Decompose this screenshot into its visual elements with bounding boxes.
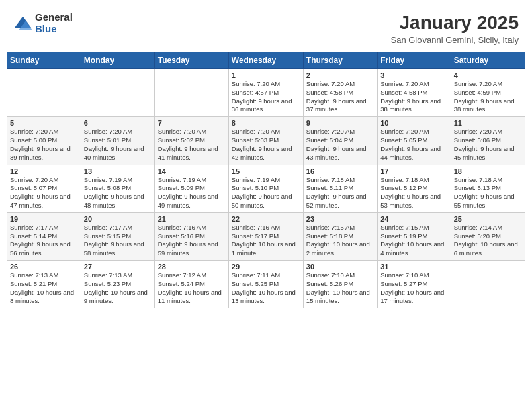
calendar-cell: 9Sunrise: 7:20 AM Sunset: 5:04 PM Daylig… xyxy=(303,117,377,165)
calendar-week-row: 1Sunrise: 7:20 AM Sunset: 4:57 PM Daylig… xyxy=(7,69,525,117)
cell-content: Sunrise: 7:20 AM Sunset: 4:57 PM Dayligh… xyxy=(232,80,300,114)
calendar-cell: 19Sunrise: 7:17 AM Sunset: 5:14 PM Dayli… xyxy=(7,212,81,260)
calendar-cell: 29Sunrise: 7:11 AM Sunset: 5:25 PM Dayli… xyxy=(228,261,303,308)
day-number: 6 xyxy=(84,119,152,127)
cell-content: Sunrise: 7:10 AM Sunset: 5:26 PM Dayligh… xyxy=(306,271,374,306)
day-number: 19 xyxy=(10,215,78,223)
day-number: 28 xyxy=(158,263,226,271)
day-number: 27 xyxy=(84,263,152,271)
calendar-cell: 22Sunrise: 7:16 AM Sunset: 5:17 PM Dayli… xyxy=(228,212,303,260)
day-number: 31 xyxy=(380,263,447,271)
cell-content: Sunrise: 7:16 AM Sunset: 5:16 PM Dayligh… xyxy=(158,224,226,258)
cell-content: Sunrise: 7:20 AM Sunset: 5:06 PM Dayligh… xyxy=(454,128,522,162)
cell-content: Sunrise: 7:15 AM Sunset: 5:19 PM Dayligh… xyxy=(380,224,447,258)
page-header: General Blue January 2025 San Giovanni G… xyxy=(7,7,525,49)
calendar-cell xyxy=(81,69,154,117)
day-number: 5 xyxy=(10,119,78,127)
calendar-cell xyxy=(7,69,81,117)
calendar-cell xyxy=(154,69,228,117)
day-number: 20 xyxy=(84,215,152,223)
calendar-cell: 21Sunrise: 7:16 AM Sunset: 5:16 PM Dayli… xyxy=(154,212,228,260)
day-of-week-header: Friday xyxy=(378,52,451,69)
day-number: 14 xyxy=(158,167,226,175)
day-of-week-header: Thursday xyxy=(303,52,377,69)
day-number: 25 xyxy=(454,215,522,223)
day-number: 24 xyxy=(380,215,447,223)
cell-content: Sunrise: 7:20 AM Sunset: 5:03 PM Dayligh… xyxy=(232,128,300,162)
cell-content: Sunrise: 7:20 AM Sunset: 5:01 PM Dayligh… xyxy=(84,128,152,162)
calendar-cell: 15Sunrise: 7:19 AM Sunset: 5:10 PM Dayli… xyxy=(228,165,303,212)
day-of-week-header: Wednesday xyxy=(228,52,303,69)
day-number: 15 xyxy=(232,167,300,175)
cell-content: Sunrise: 7:20 AM Sunset: 5:07 PM Dayligh… xyxy=(10,176,78,210)
logo-text: General Blue xyxy=(35,12,73,34)
calendar-header-row: SundayMondayTuesdayWednesdayThursdayFrid… xyxy=(7,52,525,69)
location-text: San Giovanni Gemini, Sicily, Italy xyxy=(391,35,519,45)
cell-content: Sunrise: 7:18 AM Sunset: 5:12 PM Dayligh… xyxy=(380,176,447,210)
day-number: 9 xyxy=(306,119,374,127)
cell-content: Sunrise: 7:13 AM Sunset: 5:21 PM Dayligh… xyxy=(10,271,78,306)
cell-content: Sunrise: 7:10 AM Sunset: 5:27 PM Dayligh… xyxy=(380,271,447,306)
calendar-cell: 28Sunrise: 7:12 AM Sunset: 5:24 PM Dayli… xyxy=(154,261,228,308)
calendar-week-row: 19Sunrise: 7:17 AM Sunset: 5:14 PM Dayli… xyxy=(7,212,525,260)
calendar-cell: 1Sunrise: 7:20 AM Sunset: 4:57 PM Daylig… xyxy=(228,69,303,117)
calendar-cell: 10Sunrise: 7:20 AM Sunset: 5:05 PM Dayli… xyxy=(378,117,451,165)
day-number: 21 xyxy=(158,215,226,223)
cell-content: Sunrise: 7:11 AM Sunset: 5:25 PM Dayligh… xyxy=(232,271,300,306)
calendar-cell: 13Sunrise: 7:19 AM Sunset: 5:08 PM Dayli… xyxy=(81,165,154,212)
cell-content: Sunrise: 7:17 AM Sunset: 5:14 PM Dayligh… xyxy=(10,224,78,258)
day-number: 18 xyxy=(454,167,522,175)
calendar-cell: 30Sunrise: 7:10 AM Sunset: 5:26 PM Dayli… xyxy=(303,261,377,308)
day-number: 30 xyxy=(306,263,374,271)
calendar-cell: 5Sunrise: 7:20 AM Sunset: 5:00 PM Daylig… xyxy=(7,117,81,165)
calendar-cell: 26Sunrise: 7:13 AM Sunset: 5:21 PM Dayli… xyxy=(7,261,81,308)
day-number: 26 xyxy=(10,263,78,271)
logo-blue-text: Blue xyxy=(35,24,73,35)
day-number: 29 xyxy=(232,263,300,271)
day-of-week-header: Tuesday xyxy=(154,52,228,69)
calendar-table: SundayMondayTuesdayWednesdayThursdayFrid… xyxy=(7,52,525,308)
month-title: January 2025 xyxy=(391,12,519,34)
cell-content: Sunrise: 7:15 AM Sunset: 5:18 PM Dayligh… xyxy=(306,224,374,258)
day-number: 1 xyxy=(232,71,300,79)
day-of-week-header: Sunday xyxy=(7,52,81,69)
cell-content: Sunrise: 7:12 AM Sunset: 5:24 PM Dayligh… xyxy=(158,271,226,306)
day-number: 3 xyxy=(380,71,447,79)
calendar-week-row: 12Sunrise: 7:20 AM Sunset: 5:07 PM Dayli… xyxy=(7,165,525,212)
cell-content: Sunrise: 7:19 AM Sunset: 5:09 PM Dayligh… xyxy=(158,176,226,210)
day-number: 17 xyxy=(380,167,447,175)
cell-content: Sunrise: 7:20 AM Sunset: 5:05 PM Dayligh… xyxy=(380,128,447,162)
calendar-cell: 31Sunrise: 7:10 AM Sunset: 5:27 PM Dayli… xyxy=(378,261,451,308)
cell-content: Sunrise: 7:14 AM Sunset: 5:20 PM Dayligh… xyxy=(454,224,522,258)
day-number: 16 xyxy=(306,167,374,175)
calendar-cell: 12Sunrise: 7:20 AM Sunset: 5:07 PM Dayli… xyxy=(7,165,81,212)
cell-content: Sunrise: 7:20 AM Sunset: 4:58 PM Dayligh… xyxy=(306,80,374,114)
day-number: 7 xyxy=(158,119,226,127)
cell-content: Sunrise: 7:18 AM Sunset: 5:13 PM Dayligh… xyxy=(454,176,522,210)
calendar-cell: 11Sunrise: 7:20 AM Sunset: 5:06 PM Dayli… xyxy=(451,117,525,165)
logo-general-text: General xyxy=(35,12,73,24)
logo-icon xyxy=(13,14,32,33)
cell-content: Sunrise: 7:20 AM Sunset: 4:59 PM Dayligh… xyxy=(454,80,522,114)
calendar-cell: 18Sunrise: 7:18 AM Sunset: 5:13 PM Dayli… xyxy=(451,165,525,212)
calendar-week-row: 26Sunrise: 7:13 AM Sunset: 5:21 PM Dayli… xyxy=(7,261,525,308)
day-number: 22 xyxy=(232,215,300,223)
day-number: 11 xyxy=(454,119,522,127)
calendar-cell: 2Sunrise: 7:20 AM Sunset: 4:58 PM Daylig… xyxy=(303,69,377,117)
day-number: 12 xyxy=(10,167,78,175)
calendar-cell: 16Sunrise: 7:18 AM Sunset: 5:11 PM Dayli… xyxy=(303,165,377,212)
cell-content: Sunrise: 7:13 AM Sunset: 5:23 PM Dayligh… xyxy=(84,271,152,306)
cell-content: Sunrise: 7:17 AM Sunset: 5:15 PM Dayligh… xyxy=(84,224,152,258)
calendar-cell: 24Sunrise: 7:15 AM Sunset: 5:19 PM Dayli… xyxy=(378,212,451,260)
day-number: 2 xyxy=(306,71,374,79)
cell-content: Sunrise: 7:20 AM Sunset: 5:04 PM Dayligh… xyxy=(306,128,374,162)
cell-content: Sunrise: 7:20 AM Sunset: 5:02 PM Dayligh… xyxy=(158,128,226,162)
day-number: 10 xyxy=(380,119,447,127)
calendar-cell: 23Sunrise: 7:15 AM Sunset: 5:18 PM Dayli… xyxy=(303,212,377,260)
calendar-week-row: 5Sunrise: 7:20 AM Sunset: 5:00 PM Daylig… xyxy=(7,117,525,165)
day-of-week-header: Saturday xyxy=(451,52,525,69)
calendar-cell: 20Sunrise: 7:17 AM Sunset: 5:15 PM Dayli… xyxy=(81,212,154,260)
cell-content: Sunrise: 7:20 AM Sunset: 4:58 PM Dayligh… xyxy=(380,80,447,114)
calendar-cell: 3Sunrise: 7:20 AM Sunset: 4:58 PM Daylig… xyxy=(378,69,451,117)
calendar-cell: 6Sunrise: 7:20 AM Sunset: 5:01 PM Daylig… xyxy=(81,117,154,165)
